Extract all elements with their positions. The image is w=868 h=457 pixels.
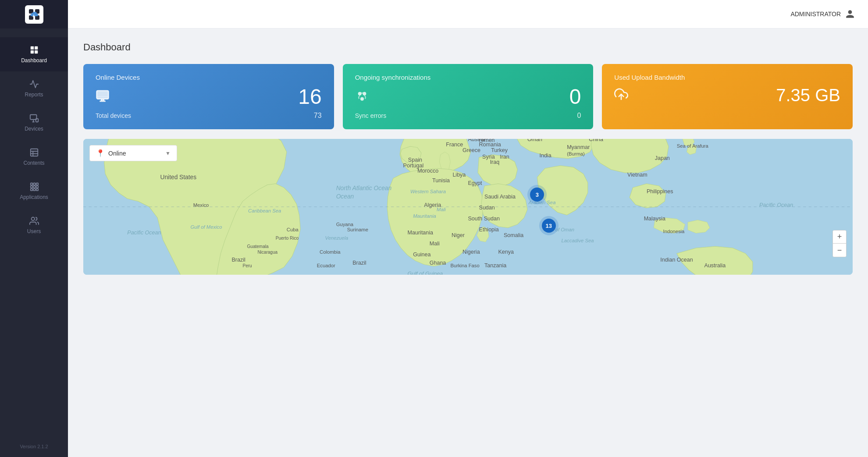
contents-icon bbox=[29, 148, 39, 157]
svg-text:United States: United States bbox=[160, 174, 197, 181]
svg-text:Sudan: Sudan bbox=[479, 205, 495, 211]
stat-card-ongoing-sync-row: 0 bbox=[355, 86, 581, 107]
svg-text:France: France bbox=[446, 142, 463, 148]
stat-card-online-devices-sub-value: 73 bbox=[314, 112, 322, 120]
stat-card-ongoing-sync-sub-label: Sync errors bbox=[355, 112, 387, 119]
svg-text:Portugal: Portugal bbox=[403, 163, 424, 169]
svg-text:Guatemala: Guatemala bbox=[247, 244, 269, 249]
svg-text:Laccadive Sea: Laccadive Sea bbox=[562, 238, 594, 243]
sidebar-item-devices-label: Devices bbox=[25, 126, 43, 132]
svg-text:Tanzania: Tanzania bbox=[484, 262, 506, 269]
stat-card-upload-bandwidth: Used Upload Bandwidth 7.35 GB bbox=[602, 64, 853, 129]
svg-point-32 bbox=[358, 92, 361, 96]
sidebar-item-users[interactable]: Users bbox=[0, 208, 68, 242]
svg-text:Ghana: Ghana bbox=[430, 260, 446, 266]
svg-rect-25 bbox=[97, 91, 109, 99]
svg-rect-11 bbox=[30, 149, 38, 156]
stat-card-online-devices: Online Devices 16 bbox=[83, 64, 334, 129]
svg-rect-20 bbox=[36, 186, 38, 188]
svg-text:Mali: Mali bbox=[437, 207, 446, 212]
sidebar-item-reports-label: Reports bbox=[25, 92, 43, 98]
svg-text:Libya: Libya bbox=[452, 172, 466, 178]
svg-text:Oman: Oman bbox=[527, 139, 542, 142]
stat-card-ongoing-sync: Ongoing synchronizations 0 bbox=[343, 64, 594, 129]
zoom-out-button[interactable]: − bbox=[833, 244, 846, 257]
map-container: United States Brazil Algeria Mauritania … bbox=[83, 139, 853, 275]
sidebar-item-devices[interactable]: Devices bbox=[0, 106, 68, 140]
svg-text:Egypt: Egypt bbox=[468, 180, 483, 186]
svg-text:Australia: Australia bbox=[704, 262, 726, 269]
svg-text:Niger: Niger bbox=[452, 232, 465, 238]
svg-text:North Atlantic Ocean: North Atlantic Ocean bbox=[336, 185, 392, 191]
sidebar-nav: Dashboard Reports Devices bbox=[0, 28, 68, 436]
marker-africa-value: 13 bbox=[546, 223, 552, 229]
sidebar-item-applications[interactable]: Applications bbox=[0, 174, 68, 208]
stat-card-ongoing-sync-value: 0 bbox=[569, 86, 581, 107]
upload-cloud-icon bbox=[614, 87, 628, 103]
stat-cards-grid: Online Devices 16 bbox=[83, 64, 853, 129]
svg-text:Somalia: Somalia bbox=[504, 232, 523, 238]
svg-text:Burkina Faso: Burkina Faso bbox=[450, 263, 479, 268]
svg-text:Colombia: Colombia bbox=[320, 249, 341, 255]
svg-text:Gulf of Mexico: Gulf of Mexico bbox=[190, 224, 222, 230]
svg-rect-4 bbox=[30, 46, 33, 50]
svg-text:Greece: Greece bbox=[462, 147, 480, 153]
stat-card-online-devices-row: 16 bbox=[96, 86, 322, 107]
svg-point-34 bbox=[360, 97, 364, 101]
topbar: ADMINISTRATOR bbox=[68, 0, 868, 28]
svg-text:Puerto Rico: Puerto Rico bbox=[276, 236, 299, 241]
svg-text:China: China bbox=[589, 139, 603, 142]
user-avatar-icon bbox=[845, 9, 855, 19]
map-zoom-controls: + − bbox=[832, 230, 847, 257]
app-logo-icon bbox=[25, 5, 43, 24]
svg-text:Peru: Peru bbox=[243, 263, 252, 268]
map-controls: 📍 Online ▼ bbox=[89, 145, 177, 161]
map-marker-europe[interactable]: 3 bbox=[530, 188, 544, 202]
sync-icon bbox=[355, 89, 369, 105]
svg-text:Saudi Arabia: Saudi Arabia bbox=[484, 194, 516, 200]
svg-text:Iran: Iran bbox=[500, 154, 509, 160]
svg-text:Japan: Japan bbox=[655, 155, 670, 161]
svg-text:Nicaragua: Nicaragua bbox=[257, 250, 277, 255]
sidebar-logo[interactable] bbox=[0, 0, 68, 28]
pin-icon: 📍 bbox=[96, 149, 105, 157]
svg-rect-15 bbox=[30, 183, 32, 185]
world-map-svg: United States Brazil Algeria Mauritania … bbox=[83, 139, 853, 275]
marker-europe-value: 3 bbox=[536, 191, 539, 198]
zoom-in-button[interactable]: + bbox=[833, 230, 846, 244]
sidebar-item-applications-label: Applications bbox=[20, 194, 48, 200]
topbar-username: ADMINISTRATOR bbox=[790, 11, 841, 18]
svg-text:Mexico: Mexico bbox=[193, 202, 209, 208]
sidebar-item-contents-label: Contents bbox=[23, 160, 44, 166]
svg-text:Myanmar: Myanmar bbox=[567, 144, 590, 150]
svg-text:Brazil: Brazil bbox=[352, 260, 366, 266]
svg-text:Morocco: Morocco bbox=[417, 168, 438, 174]
sidebar-item-contents[interactable]: Contents bbox=[0, 140, 68, 174]
svg-text:Brazil: Brazil bbox=[231, 257, 245, 263]
sidebar-item-dashboard[interactable]: Dashboard bbox=[0, 37, 68, 71]
map-filter-dropdown[interactable]: 📍 Online ▼ bbox=[89, 145, 177, 161]
svg-text:Ethiopia: Ethiopia bbox=[479, 227, 499, 233]
svg-rect-6 bbox=[30, 50, 33, 53]
svg-text:Pacific Ocean: Pacific Ocean bbox=[127, 230, 161, 236]
svg-text:Vietnam: Vietnam bbox=[627, 172, 647, 178]
users-icon bbox=[29, 216, 39, 226]
sidebar-item-reports[interactable]: Reports bbox=[0, 71, 68, 106]
stat-card-ongoing-sync-sub: Sync errors 0 bbox=[355, 112, 581, 120]
svg-text:Venezuela: Venezuela bbox=[325, 235, 349, 241]
stat-card-online-devices-value: 16 bbox=[298, 86, 321, 107]
stat-card-ongoing-sync-title: Ongoing synchronizations bbox=[355, 74, 581, 81]
svg-rect-18 bbox=[30, 186, 32, 188]
svg-text:Caribbean Sea: Caribbean Sea bbox=[248, 208, 281, 213]
svg-text:Mauritania: Mauritania bbox=[413, 213, 436, 219]
svg-text:Mali: Mali bbox=[430, 241, 440, 247]
sidebar: Dashboard Reports Devices bbox=[0, 0, 68, 457]
topbar-user[interactable]: ADMINISTRATOR bbox=[790, 9, 855, 19]
svg-text:Malaysia: Malaysia bbox=[644, 216, 665, 222]
svg-rect-19 bbox=[33, 186, 36, 188]
svg-text:Iraq: Iraq bbox=[490, 159, 500, 165]
map-marker-africa[interactable]: 13 bbox=[542, 219, 556, 233]
svg-rect-22 bbox=[33, 189, 36, 191]
page-title: Dashboard bbox=[83, 42, 853, 53]
main-content: ADMINISTRATOR Dashboard Online Devices bbox=[68, 0, 868, 457]
